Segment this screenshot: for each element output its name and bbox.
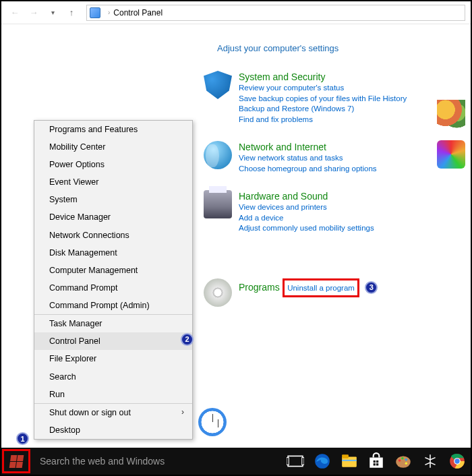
svg-point-15 [405, 458, 407, 460]
svg-rect-9 [376, 460, 378, 463]
menu-command-prompt[interactable]: Command Prompt [34, 279, 192, 297]
edge-browser-button[interactable] [309, 448, 336, 475]
back-button[interactable]: ← [7, 5, 23, 21]
control-panel-icon [90, 7, 100, 18]
address-bar[interactable]: › Control Panel [86, 5, 465, 21]
taskbar: Search the web and Windows [1, 448, 471, 475]
menu-programs-features[interactable]: Programs and Features [34, 121, 192, 138]
annotation-3: 3 [365, 281, 378, 294]
category-programs: Programs Uninstall a program 3 [204, 278, 464, 307]
paint-button[interactable] [390, 448, 417, 475]
svg-rect-10 [374, 463, 376, 465]
link-add-device[interactable]: Add a device [239, 213, 464, 224]
link-mobility-settings[interactable]: Adjust commonly used mobility settings [239, 223, 464, 234]
search-placeholder: Search the web and Windows [40, 456, 165, 467]
svg-rect-11 [376, 463, 378, 465]
task-view-button[interactable] [282, 448, 309, 475]
chevron-right-icon: › [181, 407, 184, 418]
category-title[interactable]: Hardware and Sound [239, 191, 328, 202]
svg-point-14 [401, 457, 403, 459]
file-explorer-button[interactable] [336, 448, 363, 475]
menu-shutdown-label: Shut down or sign out [49, 408, 131, 417]
menu-search[interactable]: Search [34, 368, 192, 386]
menu-file-explorer[interactable]: File Explorer [34, 350, 192, 367]
category-title[interactable]: Programs [239, 282, 280, 293]
globe-icon [204, 141, 232, 169]
category-system-security: System and Security Review your computer… [204, 71, 464, 125]
page-heading: Adjust your computer's settings [217, 43, 464, 53]
start-button[interactable] [2, 449, 30, 473]
svg-point-13 [399, 459, 401, 461]
clock-region-icon[interactable] [198, 408, 227, 436]
svg-rect-2 [302, 458, 304, 465]
link-find-fix[interactable]: Find and fix problems [239, 115, 464, 125]
svg-point-19 [454, 458, 459, 463]
link-homegroup[interactable]: Choose homegroup and sharing options [239, 164, 464, 175]
winx-context-menu: Programs and Features Mobility Center Po… [34, 120, 193, 440]
menu-control-panel-label: Control Panel [49, 336, 100, 346]
menu-desktop[interactable]: Desktop [34, 421, 192, 439]
menu-command-prompt-admin[interactable]: Command Prompt (Admin) [34, 297, 192, 314]
menu-system[interactable]: System [34, 191, 192, 208]
menu-disk-management[interactable]: Disk Management [34, 244, 192, 262]
menu-task-manager[interactable]: Task Manager [34, 315, 192, 332]
menu-control-panel[interactable]: Control Panel 2 [34, 332, 192, 350]
explorer-nav-bar: ← → ▾ ↑ › Control Panel [1, 1, 471, 24]
annotation-1: 1 [16, 432, 29, 445]
chevron-right-icon: › [108, 9, 110, 16]
svg-point-16 [405, 463, 407, 465]
forward-button[interactable]: → [26, 5, 42, 21]
menu-computer-management[interactable]: Computer Management [34, 262, 192, 279]
shield-icon [204, 71, 232, 99]
category-title[interactable]: System and Security [239, 71, 325, 82]
programs-icon [204, 278, 232, 307]
annotation-2: 2 [181, 333, 194, 346]
category-network-internet: Network and Internet View network status… [204, 141, 464, 174]
menu-network-connections[interactable]: Network Connections [34, 227, 192, 244]
taskbar-tray [282, 448, 471, 475]
link-file-history[interactable]: Save backup copies of your files with Fi… [239, 94, 464, 105]
svg-rect-0 [288, 456, 303, 466]
link-network-status[interactable]: View network status and tasks [239, 153, 464, 164]
category-title[interactable]: Network and Internet [239, 142, 326, 152]
menu-event-viewer[interactable]: Event Viewer [34, 173, 192, 191]
chrome-button[interactable] [444, 448, 471, 475]
appearance-icon[interactable] [437, 140, 465, 169]
menu-shutdown-signout[interactable]: Shut down or sign out › [34, 404, 192, 421]
user-accounts-icon[interactable] [437, 100, 465, 128]
category-hardware-sound: Hardware and Sound View devices and prin… [204, 190, 464, 234]
link-review-status[interactable]: Review your computer's status [239, 83, 464, 94]
svg-rect-4 [342, 457, 357, 467]
menu-power-options[interactable]: Power Options [34, 156, 192, 173]
link-devices-printers[interactable]: View devices and printers [239, 202, 464, 213]
app-button[interactable] [417, 448, 444, 475]
svg-rect-8 [374, 460, 376, 463]
printer-icon [204, 190, 232, 218]
taskbar-search[interactable]: Search the web and Windows [30, 448, 273, 475]
callout-uninstall: Uninstall a program [283, 278, 359, 298]
recent-dropdown[interactable]: ▾ [45, 5, 61, 21]
address-location: Control Panel [113, 8, 163, 18]
svg-rect-1 [287, 458, 289, 465]
link-uninstall-program[interactable]: Uninstall a program [287, 284, 355, 292]
store-button[interactable] [363, 448, 390, 475]
up-button[interactable]: ↑ [63, 5, 80, 21]
menu-mobility-center[interactable]: Mobility Center [34, 138, 192, 156]
menu-device-manager[interactable]: Device Manager [34, 208, 192, 226]
menu-run[interactable]: Run [34, 386, 192, 403]
windows-logo-icon [9, 455, 24, 468]
svg-rect-5 [342, 454, 349, 458]
svg-rect-6 [342, 460, 357, 461]
link-backup-restore[interactable]: Backup and Restore (Windows 7) [239, 104, 464, 115]
